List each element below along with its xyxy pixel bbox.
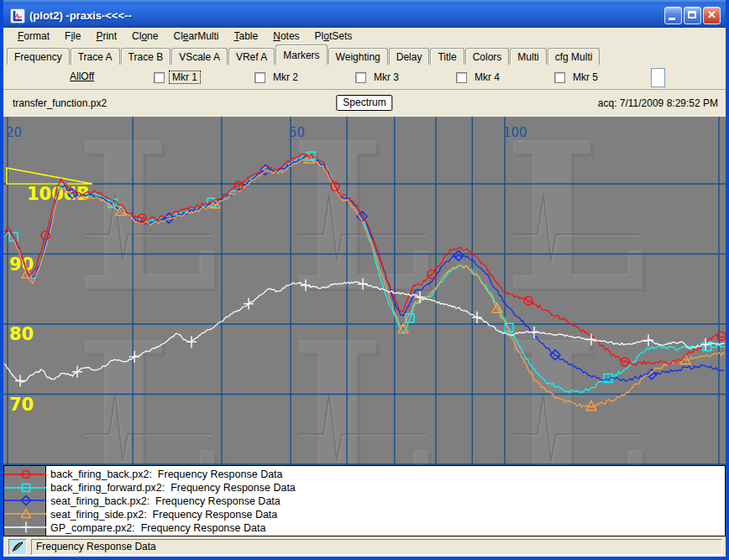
legend-text-column: back_firing_back.px2: Frequency Response… bbox=[46, 466, 725, 536]
minimize-button[interactable] bbox=[664, 7, 682, 24]
checkbox-label-mkr-4: Mkr 4 bbox=[471, 71, 503, 84]
status-message: Frequency Response Data bbox=[31, 539, 722, 555]
status-bar: Frequency Response Data bbox=[3, 536, 726, 557]
spectrum-mode-button[interactable]: Spectrum bbox=[336, 95, 392, 111]
tab-trace-a[interactable]: Trace A bbox=[71, 48, 120, 65]
marker-edit-box[interactable] bbox=[651, 68, 665, 87]
x-tick-label: 100 bbox=[503, 125, 527, 140]
checkbox-box-mkr-1[interactable] bbox=[154, 72, 165, 83]
app-window: (plot2) -praxis-<<<-- ✕ FormatFilePrintC… bbox=[0, 0, 729, 560]
tab-strip: FrequencyTrace ATrace BVScale AVRef AMar… bbox=[3, 44, 726, 65]
checkbox-mkr-4[interactable]: Mkr 4 bbox=[456, 71, 503, 84]
checkbox-mkr-1[interactable]: Mkr 1 bbox=[154, 71, 201, 84]
checkbox-label-mkr-1: Mkr 1 bbox=[169, 71, 201, 84]
tab-markers[interactable]: Markers bbox=[275, 44, 327, 65]
menu-bar: FormatFilePrintCloneClearMultiTableNotes… bbox=[3, 28, 726, 44]
plot-canvas[interactable]: LLLLLLLLLLLLLLLLLL2050100100dB908070 bbox=[3, 117, 726, 465]
watermark-logo: LLL bbox=[504, 298, 650, 465]
menu-item-file[interactable]: File bbox=[57, 29, 88, 44]
menu-item-format[interactable]: Format bbox=[10, 29, 57, 44]
legend-entry-seat-firing-back-px2: seat_firing_back.px2: Frequency Response… bbox=[50, 495, 725, 508]
legend-sample-column bbox=[4, 466, 46, 536]
menu-item-plotsets[interactable]: PlotSets bbox=[307, 29, 360, 44]
quill-icon bbox=[8, 539, 27, 555]
checkbox-box-mkr-3[interactable] bbox=[355, 72, 366, 83]
tab-multi[interactable]: Multi bbox=[510, 48, 546, 65]
plot-area[interactable]: LLLLLLLLLLLLLLLLLL2050100100dB908070 bbox=[3, 117, 726, 465]
checkbox-label-mkr-5: Mkr 5 bbox=[569, 71, 601, 84]
watermark-logo: LLL bbox=[290, 298, 436, 465]
menu-item-print[interactable]: Print bbox=[88, 29, 124, 44]
menu-item-table[interactable]: Table bbox=[227, 29, 266, 44]
y-tick-label: 80 bbox=[9, 324, 34, 344]
legend-entry-seat-firing-side-px2: seat_firing_side.px2: Frequency Response… bbox=[50, 508, 725, 521]
legend-marker-triangle-icon bbox=[4, 508, 46, 520]
checkbox-mkr-3[interactable]: Mkr 3 bbox=[355, 71, 402, 84]
menu-item-clone[interactable]: Clone bbox=[124, 29, 165, 44]
checkbox-box-mkr-2[interactable] bbox=[254, 72, 265, 83]
plot-file-name: transfer_function.px2 bbox=[13, 97, 107, 109]
legend-marker-diamond-icon bbox=[4, 495, 46, 506]
tab-colors[interactable]: Colors bbox=[465, 48, 510, 65]
legend-marker-plus-icon bbox=[4, 521, 46, 533]
close-button[interactable]: ✕ bbox=[703, 7, 721, 24]
checkbox-label-mkr-3: Mkr 3 bbox=[370, 71, 402, 84]
close-icon: ✕ bbox=[704, 8, 720, 21]
tab-cfg-multi[interactable]: cfg Multi bbox=[548, 48, 601, 65]
checkbox-box-mkr-4[interactable] bbox=[456, 72, 467, 83]
minimize-icon bbox=[669, 18, 675, 20]
checkbox-box-mkr-5[interactable] bbox=[554, 72, 565, 83]
menu-item-notes[interactable]: Notes bbox=[265, 29, 307, 44]
legend-marker-circle-icon bbox=[4, 468, 46, 480]
plot-header: transfer_function.px2 Spectrum acq: 7/11… bbox=[3, 90, 726, 117]
tab-vscale-a[interactable]: VScale A bbox=[171, 48, 228, 65]
alloff-link[interactable]: AllOff bbox=[70, 71, 94, 82]
watermark-logo: LLL bbox=[76, 298, 222, 465]
legend-marker-square-icon bbox=[4, 482, 46, 494]
window-title: (plot2) -praxis-<<<-- bbox=[29, 9, 664, 22]
tab-frequency[interactable]: Frequency bbox=[7, 48, 70, 65]
maximize-icon bbox=[688, 11, 696, 18]
legend-panel: back_firing_back.px2: Frequency Response… bbox=[3, 465, 726, 536]
tab-weighting[interactable]: Weighting bbox=[328, 48, 388, 65]
tab-trace-b[interactable]: Trace B bbox=[121, 48, 171, 65]
app-icon bbox=[10, 8, 25, 24]
y-tick-label: 70 bbox=[9, 395, 34, 415]
tab-delay[interactable]: Delay bbox=[389, 48, 430, 65]
legend-entry-back-firing-back-px2: back_firing_back.px2: Frequency Response… bbox=[50, 468, 725, 481]
legend-entry-gp-compare-px2: GP_compare.px2: Frequency Response Data bbox=[50, 521, 725, 535]
checkbox-mkr-5[interactable]: Mkr 5 bbox=[554, 71, 601, 84]
tab-title[interactable]: Title bbox=[430, 48, 464, 65]
title-bar: (plot2) -praxis-<<<-- ✕ bbox=[3, 0, 726, 28]
x-tick-label: 50 bbox=[289, 125, 305, 140]
checkbox-mkr-2[interactable]: Mkr 2 bbox=[254, 71, 302, 84]
tab-vref-a[interactable]: VRef A bbox=[228, 48, 275, 65]
acquired-timestamp: acq: 7/11/2009 8:29:52 PM bbox=[598, 97, 718, 109]
maximize-button[interactable] bbox=[684, 7, 701, 24]
checkbox-label-mkr-2: Mkr 2 bbox=[270, 71, 302, 84]
menu-item-clearmulti[interactable]: ClearMulti bbox=[165, 29, 226, 44]
legend-entry-back-firing-forward-px2: back_firing_forward.px2: Frequency Respo… bbox=[50, 481, 725, 495]
x-tick-label: 20 bbox=[6, 125, 22, 140]
markers-toolbar: AllOff Mkr 1Mkr 2Mkr 3Mkr 4Mkr 5 bbox=[3, 65, 726, 90]
